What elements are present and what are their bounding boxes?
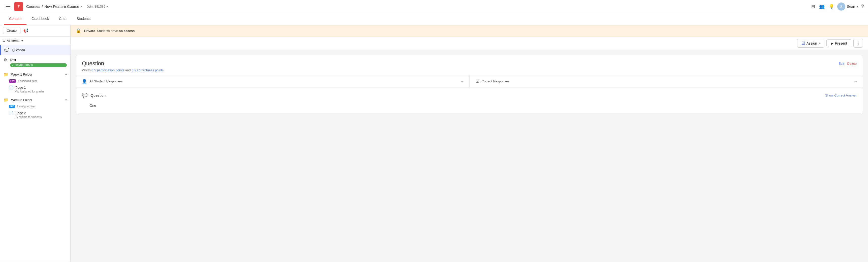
question-item-row: 💬 Question Show Correct Answer [82,93,857,98]
question-header: Question Edit Delete Worth 0.5 participa… [76,55,863,75]
page1-hw-badge: HW [14,90,19,93]
bulb-nav-icon[interactable]: 💡 [829,4,834,9]
handed-back-badge: ✓ HANDED BACK [10,63,67,67]
question-icon: 💬 [4,47,9,53]
breadcrumb-courses-link[interactable]: Courses [26,4,40,8]
filter-label: All Items [7,39,20,42]
correct-count: -- [855,79,857,83]
app-logo: T [14,2,23,11]
sidebar-item-page1-label: Page 1 [16,86,26,90]
sidebar-item-question[interactable]: 💬 Question [0,45,70,55]
folder-chevron-icon: ▾ [65,73,67,76]
action-bar: ☑ Assign ▾ ▶ Present ⋮ [70,37,868,50]
sidebar: Create 📢 ≡ All Items ▾ 💬 Question ⚙ Test… [0,25,70,262]
sidebar-item-week1-folder[interactable]: 📁 Week 1 Folder ▾ [0,69,70,79]
create-button[interactable]: Create [3,27,21,34]
content-area: 🔒 Private Students have no access ☑ Assi… [70,25,868,262]
sidebar-item-week2-label: Week 2 Folder [11,98,32,102]
correct-responses-icon: ☑ [475,79,479,84]
delete-link[interactable]: Delete [847,62,857,65]
breadcrumb: Courses / New Feature Course • Join: 381… [26,4,806,8]
page2-meta: RV Visible to students [14,116,67,119]
logo-area: T [4,2,23,11]
question-actions: Edit Delete [838,62,857,65]
join-info: Join: 381380 [87,4,105,8]
people-nav-icon[interactable]: 👥 [819,4,825,9]
private-banner: 🔒 Private Students have no access [70,25,868,37]
folder2-chevron-icon: ▾ [65,98,67,102]
question-body: 💬 Question Show Correct Answer One [76,88,863,114]
sidebar-item-question-label: Question [12,48,67,52]
test-icon: ⚙ [3,58,7,62]
week1-folder-meta: HW 1 assigned item [9,79,70,84]
tab-gradebook[interactable]: Gradebook [27,13,54,25]
hw-badge: HW [9,79,16,83]
sidebar-toolbar: Create 📢 [0,25,70,36]
private-icon: 🔒 [75,28,81,33]
response-sections: 👤 All Student Responses -- ☑ Correct Res… [76,75,863,88]
folder-icon: 📁 [3,72,8,77]
page-icon: 📄 [9,86,13,90]
show-answer-link[interactable]: Show Correct Answer [825,94,857,97]
user-chevron-icon: ▾ [857,5,858,8]
help-button[interactable]: ? [861,3,864,9]
tab-bar: Content Gradebook Chat Students [0,13,868,25]
all-student-responses-section[interactable]: 👤 All Student Responses -- [76,75,469,87]
answer-option: One [82,102,857,109]
tab-students[interactable]: Students [71,13,95,25]
student-responses-icon: 👤 [82,79,87,84]
week2-folder-meta: RV 1 assigned item [9,105,70,109]
breadcrumb-separator: / [42,4,43,8]
assign-chevron-icon: ▾ [818,41,820,45]
tab-chat[interactable]: Chat [54,13,71,25]
all-student-responses-label: All Student Responses [90,79,123,83]
filter-chevron-icon: ▾ [22,39,23,42]
page2-icon: 📄 [9,111,13,115]
question-title-row: Question Edit Delete [82,60,857,67]
sidebar-item-week1-label: Week 1 Folder [11,72,32,76]
sidebar-item-page2-label: Page 2 [16,111,26,115]
all-student-count: -- [461,79,463,83]
assign-check-icon: ☑ [802,41,805,45]
folder2-icon: 📁 [3,98,8,102]
present-button[interactable]: ▶ Present [827,39,851,47]
page2-rv-badge: RV [14,116,19,119]
filter-icon: ≡ [3,38,5,43]
correct-responses-label: Correct Responses [482,79,509,83]
sidebar-item-test[interactable]: ⚙ Test ✓ HANDED BACK [0,55,70,69]
tab-content[interactable]: Content [4,13,27,25]
private-text: Private Students have no access [84,29,134,33]
avatar: S [837,2,845,10]
hamburger-button[interactable] [4,2,12,10]
page1-meta: HW Assigned for grades [14,90,67,93]
badge-check-icon: ✓ [12,64,14,66]
rv-badge: RV [9,105,15,108]
main-layout: Create 📢 ≡ All Items ▾ 💬 Question ⚙ Test… [0,25,868,262]
edit-link[interactable]: Edit [838,62,844,65]
more-button[interactable]: ⋮ [854,39,863,47]
nav-icons: ⊟ 👥 💡 [811,4,834,9]
question-item-icon: 💬 [82,93,88,98]
sidebar-item-test-label: Test [9,58,16,62]
question-subtitle: Worth 0.5 participation points and 0.5 c… [82,68,857,72]
sidebar-item-week2-folder[interactable]: 📁 Week 2 Folder ▾ [0,95,70,105]
announce-button[interactable]: 📢 [23,27,30,34]
present-label: Present [835,41,847,45]
sidebar-content: 💬 Question ⚙ Test ✓ HANDED BACK 📁 Week 1… [0,45,70,262]
question-item-label: Question [91,93,105,98]
nav-right: S Sean ▾ ? [837,2,864,10]
sidebar-item-page2[interactable]: 📄 Page 2 RV Visible to students [0,109,70,121]
filter-row[interactable]: ≡ All Items ▾ [0,36,70,45]
filter-nav-icon[interactable]: ⊟ [811,4,815,9]
course-name: New Feature Course [44,4,79,8]
sidebar-item-page1[interactable]: 📄 Page 1 HW Assigned for grades [0,84,70,95]
correct-responses-section[interactable]: ☑ Correct Responses -- [469,75,863,87]
assign-label: Assign [806,41,817,45]
question-card: Question Edit Delete Worth 0.5 participa… [75,55,863,114]
user-name: Sean [847,4,855,8]
top-nav: T Courses / New Feature Course • Join: 3… [0,0,868,13]
question-title: Question [82,60,104,67]
assign-button[interactable]: ☑ Assign ▾ [797,39,825,47]
present-icon: ▶ [831,41,834,45]
user-area[interactable]: S Sean ▾ [837,2,858,10]
